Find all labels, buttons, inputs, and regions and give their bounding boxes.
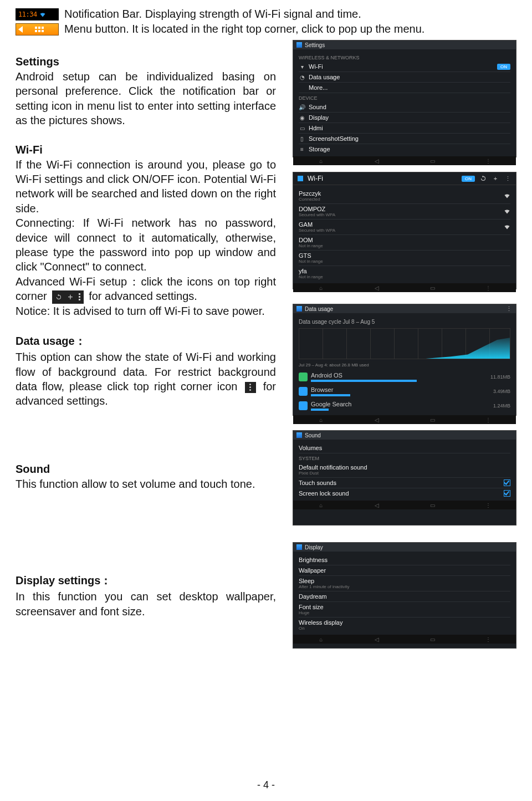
wifi-heading: Wi-Fi	[16, 144, 276, 156]
hdmi-icon: ▭	[299, 125, 305, 131]
data-usage-caption: Jul 29 – Aug 4: about 26.8 MB used	[299, 363, 510, 368]
data-usage-item[interactable]: Data usage	[309, 74, 510, 80]
data-usage-chart	[299, 328, 510, 359]
storage-item[interactable]: Storage	[309, 146, 510, 152]
wifi-signal-icon	[504, 192, 510, 200]
display-item[interactable]: Font sizeHuge	[299, 602, 510, 618]
data-usage-app-row[interactable]: Android OS11.81MB	[299, 370, 510, 384]
data-usage-app-row[interactable]: Browser3.49MB	[299, 384, 510, 399]
screenshot-display: Display BrightnessWallpaperSleepAfter 1 …	[293, 542, 516, 649]
settings-heading: Settings	[16, 55, 276, 68]
app-icon	[299, 373, 308, 381]
wifi-network-item[interactable]: DOMPOZSecured with WPA	[299, 204, 510, 220]
android-navbar: ⌂◁▭⋮	[293, 156, 516, 165]
wifi-icon: ▾	[299, 63, 305, 70]
screenshot-settings: Settings WIRELESS & NETWORKS ▾Wi-FiON ◔D…	[293, 40, 516, 157]
wifi-signal-icon	[504, 223, 510, 231]
wifi-network-item[interactable]: GAMSecured with WPA	[299, 220, 510, 235]
screenshot-sound: Sound VolumesSYSTEMDefault notification …	[293, 430, 516, 526]
display-heading: Display settings：	[16, 573, 276, 588]
display-app-icon	[296, 544, 302, 550]
wifi-adv-text-b: for advanced settings.	[89, 290, 197, 302]
wifi-network-item[interactable]: DOMNot in range	[299, 235, 510, 251]
wifi-app-icon	[298, 176, 303, 181]
menu-button-badge	[16, 23, 59, 35]
screenshot-data-usage: Data usage⋮ Data usage cycle Jul 8 – Aug…	[293, 304, 516, 416]
sound-title: Sound	[305, 432, 321, 438]
app-icon	[299, 401, 308, 410]
overflow-menu-icon[interactable]: ⋮	[505, 305, 513, 313]
sound-item[interactable]: Touch sounds	[299, 478, 510, 488]
data-usage-cycle[interactable]: Data usage cycle Jul 8 – Aug 5	[299, 319, 510, 325]
wifi-icon	[39, 11, 46, 18]
data-usage-icon: ◔	[299, 74, 305, 80]
wireless-networks-category: WIRELESS & NETWORKS	[299, 55, 510, 60]
wifi-paragraph-2: Connecting: If Wi-Fi network has no pass…	[16, 216, 276, 274]
sound-item[interactable]: Volumes	[299, 443, 510, 453]
wifi-on-toggle[interactable]: ON	[497, 64, 510, 70]
data-usage-paragraph: This option can show the state of Wi-Fi …	[16, 350, 276, 409]
app-icon	[299, 387, 308, 396]
android-navbar: ⌂◁▭⋮	[293, 415, 516, 424]
display-paragraph: In this function you can set desktop wal…	[16, 589, 276, 619]
data-usage-title: Data usage	[305, 306, 333, 312]
data-usage-app-row[interactable]: Google Search1.24MB	[299, 399, 510, 413]
sound-item[interactable]: Screen lock sound	[299, 488, 510, 498]
plus-icon: +	[68, 294, 73, 300]
settings-app-icon	[296, 42, 302, 48]
sound-app-icon	[296, 432, 302, 438]
screenshot-setting-item[interactable]: ScreenshotSetting	[309, 135, 510, 142]
display-item[interactable]: Daydream	[299, 591, 510, 602]
arrow-left-icon	[18, 26, 23, 33]
wifi-network-item[interactable]: GTSNot in range	[299, 251, 510, 266]
refresh-icon	[55, 294, 62, 300]
advanced-icons-group: +	[52, 290, 83, 304]
display-item[interactable]: SleepAfter 1 minute of inactivity	[299, 576, 510, 591]
sound-item[interactable]: Default notification soundPixie Dust	[299, 462, 510, 478]
hdmi-item[interactable]: Hdmi	[309, 125, 510, 131]
device-category: DEVICE	[299, 95, 510, 101]
display-item[interactable]: Wireless displayOn	[299, 618, 510, 632]
notification-bar-description: Notification Bar. Displaying strength of…	[64, 8, 361, 21]
overflow-menu-icon	[245, 382, 256, 393]
plus-icon[interactable]: +	[492, 175, 499, 182]
android-navbar: ⌂◁▭⋮	[293, 501, 516, 509]
screenshot-wifi: Wi-Fi ON + ⋮ PszczykConnectedDOMPOZSecur…	[293, 172, 516, 289]
storage-icon: ≡	[299, 146, 305, 152]
sound-heading: Sound	[16, 463, 276, 476]
display-item[interactable]: Brightness	[299, 555, 510, 565]
wifi-screen-title: Wi-Fi	[308, 175, 457, 182]
data-usage-text-a: This option can show the state of Wi-Fi …	[16, 351, 276, 392]
settings-title: Settings	[305, 42, 325, 48]
wifi-on-toggle[interactable]: ON	[462, 176, 475, 182]
wifi-network-item[interactable]: PszczykConnected	[299, 188, 510, 204]
display-item[interactable]: Wallpaper	[299, 565, 510, 576]
checkbox-icon[interactable]	[504, 479, 510, 486]
checkbox-icon[interactable]	[504, 490, 510, 497]
refresh-icon[interactable]	[479, 175, 487, 182]
menu-button-description: Menu button. It is located in the right …	[64, 23, 424, 35]
wifi-paragraph-4: Notice: It is advised to turn off Wi-Fi …	[16, 304, 276, 318]
wifi-network-item[interactable]: yfaNot in range	[299, 266, 510, 281]
screenshot-icon: ▯	[299, 135, 305, 142]
notification-bar-badge: 11:34	[16, 8, 59, 21]
android-navbar: ⌂◁▭⋮	[293, 635, 516, 644]
android-navbar: ⌂◁▭⋮	[293, 283, 516, 292]
sound-icon: 🔊	[299, 104, 305, 110]
display-icon: ◉	[299, 114, 305, 121]
sound-paragraph: This function allow to set volume and to…	[16, 477, 276, 491]
page-number: - 4 -	[0, 779, 532, 791]
wifi-paragraph-3: Advanced Wi-Fi setup：click the icons on …	[16, 274, 276, 304]
sound-item[interactable]: Sound	[309, 104, 510, 110]
wifi-item[interactable]: Wi-Fi	[309, 63, 494, 70]
data-usage-heading: Data usage：	[16, 334, 276, 349]
settings-paragraph: Android setup can be individualized basi…	[16, 69, 276, 128]
notification-time: 11:34	[18, 11, 37, 18]
wifi-signal-icon	[504, 208, 510, 216]
more-item[interactable]: More...	[309, 84, 510, 91]
apps-grid-icon	[35, 27, 44, 32]
overflow-menu-icon	[79, 293, 80, 300]
overflow-menu-icon[interactable]: ⋮	[504, 175, 511, 182]
display-item[interactable]: Display	[309, 114, 510, 121]
data-usage-app-icon	[296, 306, 302, 312]
